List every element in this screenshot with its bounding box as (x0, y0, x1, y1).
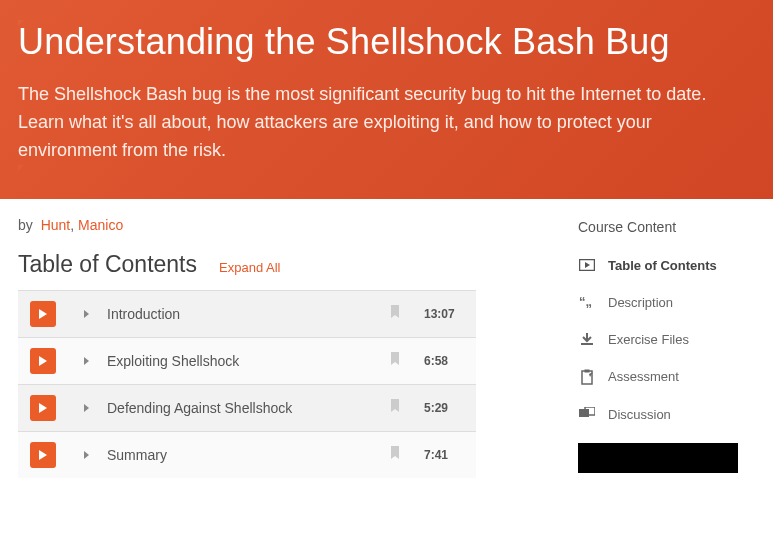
duration-label: 6:58 (424, 354, 464, 368)
expand-all-link[interactable]: Expand All (219, 260, 280, 275)
toc-row[interactable]: Summary 7:41 (18, 431, 476, 478)
module-title[interactable]: Introduction (107, 306, 376, 322)
sidebar-item-description[interactable]: “„ Description (578, 284, 773, 321)
ad-placeholder (578, 443, 738, 473)
author-link[interactable]: Hunt (41, 217, 71, 233)
download-icon (578, 332, 596, 346)
bookmark-icon[interactable] (390, 399, 400, 417)
sidebar-item-label: Assessment (608, 369, 679, 384)
sidebar-item-label: Discussion (608, 407, 671, 422)
sidebar: Course Content Table of Contents “„ Desc… (578, 217, 773, 478)
sidebar-title: Course Content (578, 219, 773, 235)
toc-row[interactable]: Introduction 13:07 (18, 290, 476, 337)
toc-row[interactable]: Defending Against Shellshock 5:29 (18, 384, 476, 431)
sidebar-item-toc[interactable]: Table of Contents (578, 247, 773, 284)
play-box-icon (578, 259, 596, 271)
expand-chevron-icon[interactable] (84, 357, 89, 365)
svg-marker-2 (39, 403, 47, 413)
expand-chevron-icon[interactable] (84, 404, 89, 412)
svg-rect-10 (579, 409, 589, 417)
play-icon (38, 403, 48, 413)
sidebar-item-label: Table of Contents (608, 258, 717, 273)
bookmark-icon[interactable] (390, 352, 400, 370)
play-button[interactable] (30, 301, 56, 327)
svg-rect-7 (581, 343, 593, 345)
course-subtitle: The Shellshock Bash bug is the most sign… (18, 81, 738, 165)
toc-list: Introduction 13:07 Exploiting Shellshock… (18, 290, 476, 478)
expand-chevron-icon[interactable] (84, 451, 89, 459)
module-title[interactable]: Defending Against Shellshock (107, 400, 376, 416)
svg-text:“„: “„ (579, 296, 592, 308)
clipboard-icon (578, 369, 596, 385)
toc-row[interactable]: Exploiting Shellshock 6:58 (18, 337, 476, 384)
duration-label: 13:07 (424, 307, 464, 321)
course-title: Understanding the Shellshock Bash Bug (18, 20, 755, 63)
discussion-icon (578, 407, 596, 421)
play-icon (38, 450, 48, 460)
module-title[interactable]: Exploiting Shellshock (107, 353, 376, 369)
bookmark-icon[interactable] (390, 305, 400, 323)
play-icon (38, 356, 48, 366)
quotes-icon: “„ (578, 296, 596, 308)
toc-heading: Table of Contents (18, 251, 197, 278)
sidebar-item-exercise-files[interactable]: Exercise Files (578, 321, 773, 358)
play-button[interactable] (30, 442, 56, 468)
svg-marker-3 (39, 450, 47, 460)
sidebar-item-label: Exercise Files (608, 332, 689, 347)
main-column: by Hunt, Manico Table of Contents Expand… (18, 217, 568, 478)
svg-rect-8 (582, 371, 592, 384)
svg-rect-9 (585, 369, 590, 372)
duration-label: 7:41 (424, 448, 464, 462)
by-label: by (18, 217, 33, 233)
sidebar-item-assessment[interactable]: Assessment (578, 358, 773, 396)
svg-marker-5 (585, 262, 590, 268)
play-button[interactable] (30, 348, 56, 374)
svg-marker-1 (39, 356, 47, 366)
play-icon (38, 309, 48, 319)
module-title[interactable]: Summary (107, 447, 376, 463)
sidebar-item-discussion[interactable]: Discussion (578, 396, 773, 433)
author-link[interactable]: Manico (78, 217, 123, 233)
play-button[interactable] (30, 395, 56, 421)
expand-chevron-icon[interactable] (84, 310, 89, 318)
byline: by Hunt, Manico (18, 217, 568, 233)
bookmark-icon[interactable] (390, 446, 400, 464)
svg-marker-0 (39, 309, 47, 319)
duration-label: 5:29 (424, 401, 464, 415)
hero-banner: Understanding the Shellshock Bash Bug Th… (0, 0, 773, 199)
sidebar-item-label: Description (608, 295, 673, 310)
